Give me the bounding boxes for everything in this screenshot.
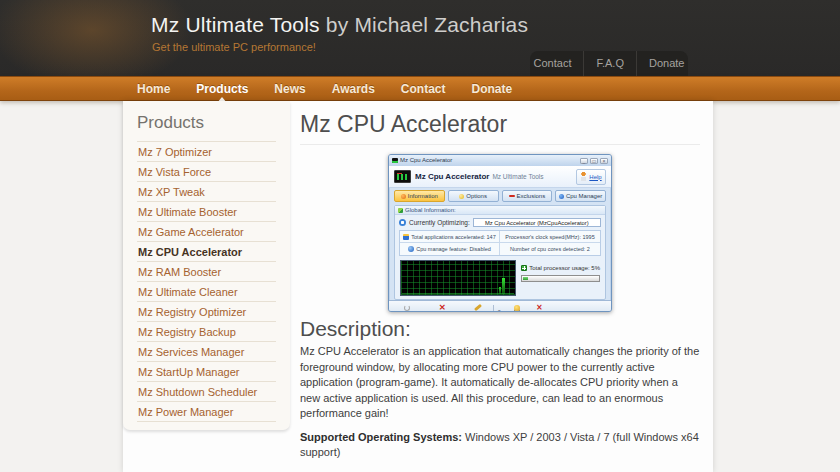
help-button: Help bbox=[576, 169, 606, 185]
nav-item-donate[interactable]: Donate bbox=[472, 82, 513, 96]
sidebar-item-mz-ram-booster[interactable]: Mz RAM Booster bbox=[137, 262, 276, 282]
exit-icon: × bbox=[536, 304, 543, 312]
description-heading: Description: bbox=[300, 317, 700, 340]
cpu-usage-graph bbox=[400, 260, 516, 296]
sidebar-item-mz-ultimate-cleaner[interactable]: Mz Ultimate Cleaner bbox=[137, 282, 276, 302]
help-person-icon bbox=[580, 172, 587, 181]
optimizing-label: Currently Optimizing: bbox=[409, 219, 470, 226]
supported-os: Supported Operating Systems: Windows XP … bbox=[300, 430, 700, 461]
sidebar-heading: Products bbox=[137, 113, 276, 142]
settings-button: Settings bbox=[467, 304, 489, 313]
exit-button: ×Exit bbox=[534, 304, 544, 313]
main-nav: Home Products News Awards Contact Donate bbox=[0, 76, 840, 101]
product-screenshot: Mz Cpu Accelerator _ □ × Mz Cpu Accelera… bbox=[300, 154, 700, 312]
tab-options: Options bbox=[448, 190, 499, 202]
nav-item-home[interactable]: Home bbox=[137, 82, 170, 96]
app-titlebar-icon bbox=[392, 158, 398, 163]
tab-exclusions: Exclusions bbox=[502, 190, 553, 202]
utility-link-faq[interactable]: F.A.Q bbox=[583, 51, 636, 76]
optimizing-value-field: Mz Cpu Accelerator (MzCpuAccelerator) bbox=[473, 218, 601, 227]
page-title: Mz CPU Accelerator bbox=[300, 111, 700, 137]
deactivate-button: ×De-activate bbox=[426, 304, 458, 313]
sidebar-item-mz-7-optimizer[interactable]: Mz 7 Optimizer bbox=[137, 142, 276, 162]
close-icon: × bbox=[600, 158, 608, 164]
description-text: Mz CPU Accelerator is an application tha… bbox=[300, 344, 700, 422]
stat-apps-accelerated: Total applications accelerated: 147 bbox=[400, 231, 500, 243]
tab-options-label: Options bbox=[466, 193, 487, 199]
settings-dropdown-icon: ▾ bbox=[498, 308, 501, 312]
sidebar-item-mz-shutdown-scheduler[interactable]: Mz Shutdown Scheduler bbox=[137, 382, 276, 402]
information-icon bbox=[401, 194, 406, 199]
stat-cpu-cores: Number of cpu cores detected: 2 bbox=[500, 243, 600, 255]
exclusions-icon bbox=[509, 195, 515, 197]
usage-label: Total processor usage: 5% bbox=[529, 265, 600, 271]
app-brand: Mz Cpu Accelerator bbox=[415, 172, 489, 181]
maximize-icon: □ bbox=[590, 158, 598, 164]
deactivate-icon: × bbox=[439, 303, 447, 312]
tab-cpu-manager: Cpu Manager bbox=[555, 190, 606, 202]
graph-baseline bbox=[402, 293, 514, 294]
sidebar-item-mz-power-manager[interactable]: Mz Power Manager bbox=[137, 402, 276, 422]
currently-optimizing-row: Currently Optimizing: Mz Cpu Accelerator… bbox=[395, 215, 605, 229]
usage-area: Total processor usage: 5% bbox=[395, 258, 605, 299]
sidebar-item-mz-startup-manager[interactable]: Mz StartUp Manager bbox=[137, 362, 276, 382]
sidebar-item-mz-game-accelerator[interactable]: Mz Game Accelerator bbox=[137, 222, 276, 242]
nav-item-news[interactable]: News bbox=[274, 82, 305, 96]
group-header-label: Global Information: bbox=[405, 206, 456, 215]
app-toolbar: Activate ×De-activate Settings ▾ About ×… bbox=[389, 300, 611, 312]
sidebar-item-mz-cpu-accelerator[interactable]: Mz CPU Accelerator bbox=[137, 242, 276, 262]
tab-information-label: Information bbox=[408, 193, 438, 199]
tab-information: Information bbox=[394, 190, 445, 202]
site-title-main: Mz Ultimate Tools bbox=[151, 13, 320, 36]
cpu-manage-icon bbox=[408, 246, 414, 252]
nav-item-products[interactable]: Products bbox=[196, 82, 248, 96]
site-subtitle: Get the ultimate PC performance! bbox=[152, 41, 316, 53]
cpu-manager-icon bbox=[559, 194, 564, 199]
stats-grid: Total applications accelerated: 147 Proc… bbox=[399, 230, 601, 256]
optimizing-icon bbox=[399, 219, 406, 226]
sidebar-item-mz-ultimate-booster[interactable]: Mz Ultimate Booster bbox=[137, 202, 276, 222]
global-information-panel: Global Information: Currently Optimizing… bbox=[394, 205, 606, 300]
content-area: Products Mz 7 Optimizer Mz Vista Force M… bbox=[123, 101, 713, 472]
utility-nav: Contact F.A.Q Donate bbox=[530, 51, 688, 76]
title-divider bbox=[300, 144, 700, 145]
nav-item-awards[interactable]: Awards bbox=[332, 82, 375, 96]
help-label: Help bbox=[589, 174, 601, 180]
apps-icon bbox=[403, 234, 409, 240]
utility-link-contact[interactable]: Contact bbox=[522, 51, 584, 76]
sidebar-item-mz-vista-force[interactable]: Mz Vista Force bbox=[137, 162, 276, 182]
toolbar-separator bbox=[493, 305, 494, 312]
group-header-icon bbox=[398, 208, 403, 213]
utility-link-donate[interactable]: Donate bbox=[636, 51, 696, 76]
app-brand-suffix: Mz Ultimate Tools bbox=[492, 173, 543, 180]
options-icon bbox=[459, 194, 464, 199]
stat-cpu-manage-label: Cpu manage feature: Disabled bbox=[416, 246, 491, 252]
app-logo-icon bbox=[394, 170, 411, 183]
activate-icon bbox=[404, 305, 410, 311]
about-icon bbox=[514, 305, 520, 311]
stat-cpu-manage: Cpu manage feature: Disabled bbox=[400, 243, 500, 255]
sidebar-item-mz-services-manager[interactable]: Mz Services Manager bbox=[137, 342, 276, 362]
stat-clock-speed: Processor's clock speed(MHz): 1995 bbox=[500, 231, 600, 243]
stat-apps-label: Total applications accelerated: 147 bbox=[411, 234, 495, 240]
sidebar-item-mz-registry-backup[interactable]: Mz Registry Backup bbox=[137, 322, 276, 342]
products-sidebar: Products Mz 7 Optimizer Mz Vista Force M… bbox=[123, 101, 290, 430]
settings-icon bbox=[474, 304, 482, 311]
usage-progressbar bbox=[521, 275, 600, 282]
graph-spike-large bbox=[502, 278, 505, 294]
app-header: Mz Cpu Accelerator Mz Ultimate Tools Hel… bbox=[389, 166, 611, 188]
app-tabs: Information Options Exclusions Cpu Manag… bbox=[389, 188, 611, 205]
tab-exclusions-label: Exclusions bbox=[517, 193, 546, 199]
app-titlebar-title: Mz Cpu Accelerator bbox=[400, 155, 578, 166]
site-header: Mz Ultimate Tools by Michael Zacharias G… bbox=[0, 0, 840, 76]
usage-readout: Total processor usage: 5% bbox=[521, 260, 600, 282]
site-title-rest: by Michael Zacharias bbox=[320, 13, 528, 36]
nav-item-products-label: Products bbox=[196, 82, 248, 96]
sidebar-item-mz-xp-tweak[interactable]: Mz XP Tweak bbox=[137, 182, 276, 202]
usage-progress-fill bbox=[523, 277, 528, 280]
tab-cpu-manager-label: Cpu Manager bbox=[566, 193, 602, 199]
minimize-icon: _ bbox=[580, 158, 588, 164]
nav-item-contact[interactable]: Contact bbox=[401, 82, 446, 96]
sidebar-item-mz-registry-optimizer[interactable]: Mz Registry Optimizer bbox=[137, 302, 276, 322]
activate-button: Activate bbox=[396, 304, 417, 313]
